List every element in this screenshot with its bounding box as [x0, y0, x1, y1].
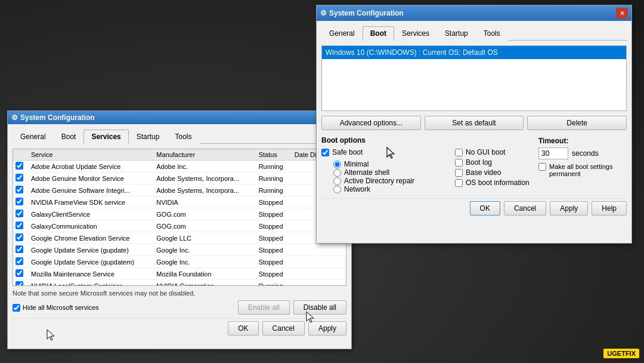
boot-ok-button[interactable]: OK: [470, 201, 500, 216]
row-manufacturer: Google Inc.: [153, 244, 255, 256]
table-row: NVIDIA LocalSystem Container NVIDIA Corp…: [13, 280, 346, 287]
row-checkbox-cell: [13, 268, 27, 280]
no-gui-boot-checkbox[interactable]: [455, 149, 463, 156]
base-video-checkbox[interactable]: [455, 169, 463, 177]
radio-network-input[interactable]: [333, 186, 341, 193]
row-date: [291, 244, 346, 256]
row-checkbox-cell: [13, 173, 27, 184]
advanced-options-button[interactable]: Advanced options...: [321, 116, 421, 130]
boot-tab-startup[interactable]: Startup: [437, 26, 476, 41]
row-date: [291, 280, 346, 287]
table-row: Mozilla Maintenance Service Mozilla Foun…: [13, 268, 346, 280]
col-check: [13, 149, 27, 161]
row-service: GalaxyCommunication: [27, 220, 153, 232]
row-service: Mozilla Maintenance Service: [27, 268, 153, 280]
tab-boot[interactable]: Boot: [54, 130, 84, 144]
tab-tools[interactable]: Tools: [167, 130, 199, 144]
boot-dialog-title: System Configuration: [329, 9, 404, 17]
timeout-input[interactable]: [538, 147, 568, 159]
boot-dialog-titlebar[interactable]: ⚙ System Configuration ✕: [317, 5, 631, 21]
row-checkbox[interactable]: [16, 186, 23, 193]
delete-button[interactable]: Delete: [527, 116, 627, 130]
row-checkbox[interactable]: [16, 174, 23, 182]
services-cancel-button[interactable]: Cancel: [262, 321, 305, 336]
row-checkbox[interactable]: [16, 210, 23, 217]
safe-boot-checkbox[interactable]: [321, 149, 329, 156]
table-row: Adobe Genuine Monitor Service Adobe Syst…: [13, 173, 346, 184]
table-row: GalaxyClientService GOG.com Stopped: [13, 208, 346, 220]
set-default-button[interactable]: Set as default: [425, 116, 524, 130]
boot-os-list[interactable]: Windows 10 (C:\WINDOWS) : Current OS; De…: [321, 45, 627, 111]
row-checkbox[interactable]: [16, 257, 23, 265]
services-dialog: ⚙ System Configuration General Boot Serv…: [7, 110, 352, 349]
boot-tab-tools[interactable]: Tools: [476, 26, 508, 41]
permanent-check-row: Make all boot settings permanent: [538, 163, 622, 177]
radio-minimal-label: Minimal: [344, 160, 369, 168]
row-service: Adobe Genuine Monitor Service: [27, 173, 153, 184]
hide-ms-label: Hide all Microsoft services: [23, 304, 99, 311]
hide-ms-checkbox[interactable]: [13, 304, 20, 312]
boot-log-checkbox[interactable]: [455, 159, 463, 167]
boot-cancel-button[interactable]: Cancel: [504, 201, 546, 216]
radio-alternate-shell-input[interactable]: [333, 169, 341, 177]
bottom-controls: Hide all Microsoft services Enable all D…: [13, 300, 346, 315]
row-checkbox[interactable]: [16, 269, 23, 277]
row-status: Running: [255, 280, 291, 287]
row-checkbox[interactable]: [16, 162, 23, 170]
services-table-container[interactable]: Service Manufacturer Status Date Disable…: [13, 149, 346, 286]
row-status: Running: [255, 173, 291, 184]
timeout-unit: seconds: [572, 149, 599, 158]
services-dialog-content: General Boot Services Startup Tools Serv…: [8, 124, 351, 340]
boot-tab-services[interactable]: Services: [394, 26, 437, 41]
row-service: Adobe Genuine Software Integri...: [27, 184, 153, 196]
disable-all-button[interactable]: Disable all: [293, 300, 346, 315]
table-row: Google Update Service (gupdate) Google I…: [13, 244, 346, 256]
row-status: Stopped: [255, 232, 291, 244]
row-status: Stopped: [255, 244, 291, 256]
row-checkbox[interactable]: [16, 281, 23, 286]
col-manufacturer[interactable]: Manufacturer: [153, 149, 255, 161]
row-checkbox-cell: [13, 208, 27, 220]
row-checkbox[interactable]: [16, 233, 23, 241]
boot-option-left: Safe boot Minimal Alternate shell: [321, 148, 453, 193]
row-checkbox[interactable]: [16, 222, 23, 229]
row-service: Adobe Acrobat Update Service: [27, 161, 153, 173]
boot-os-item[interactable]: Windows 10 (C:\WINDOWS) : Current OS; De…: [322, 46, 626, 59]
col-status[interactable]: Status: [255, 149, 291, 161]
row-checkbox-cell: [13, 196, 27, 208]
row-checkbox[interactable]: [16, 198, 23, 205]
tab-services[interactable]: Services: [83, 130, 128, 144]
boot-tab-general[interactable]: General: [321, 26, 363, 41]
permanent-checkbox[interactable]: [538, 163, 546, 171]
close-button[interactable]: ✕: [616, 8, 628, 19]
safe-boot-label: Safe boot: [332, 148, 363, 156]
radio-ad-repair: Active Directory repair: [333, 177, 453, 185]
row-status: Stopped: [255, 208, 291, 220]
services-table: Service Manufacturer Status Date Disable…: [13, 149, 346, 286]
table-row: Google Chrome Elevation Service Google L…: [13, 232, 346, 244]
services-apply-button[interactable]: Apply: [308, 321, 346, 336]
services-dialog-titlebar[interactable]: ⚙ System Configuration: [8, 111, 351, 124]
boot-tabs: General Boot Services Startup Tools: [321, 26, 627, 41]
tab-startup[interactable]: Startup: [129, 130, 168, 144]
os-boot-info-checkbox[interactable]: [455, 179, 463, 187]
col-service[interactable]: Service: [27, 149, 153, 161]
boot-help-button[interactable]: Help: [592, 201, 627, 216]
tab-general[interactable]: General: [13, 130, 54, 144]
boot-tab-boot[interactable]: Boot: [363, 26, 394, 41]
titlebar-left: ⚙ System Configuration: [11, 113, 95, 122]
row-checkbox[interactable]: [16, 245, 23, 253]
row-status: Stopped: [255, 256, 291, 268]
base-video-label: Base video: [466, 168, 501, 177]
row-status: Running: [255, 184, 291, 196]
boot-apply-button[interactable]: Apply: [550, 201, 588, 216]
services-ok-button[interactable]: OK: [228, 321, 258, 336]
enable-all-button[interactable]: Enable all: [238, 300, 290, 315]
radio-network-label: Network: [344, 185, 370, 193]
row-service: NVIDIA LocalSystem Container: [27, 280, 153, 287]
row-manufacturer: Mozilla Foundation: [153, 268, 255, 280]
no-gui-boot-label: No GUI boot: [466, 148, 506, 156]
radio-ad-repair-input[interactable]: [333, 177, 341, 185]
radio-minimal-input[interactable]: [333, 161, 341, 168]
row-checkbox-cell: [13, 161, 27, 173]
